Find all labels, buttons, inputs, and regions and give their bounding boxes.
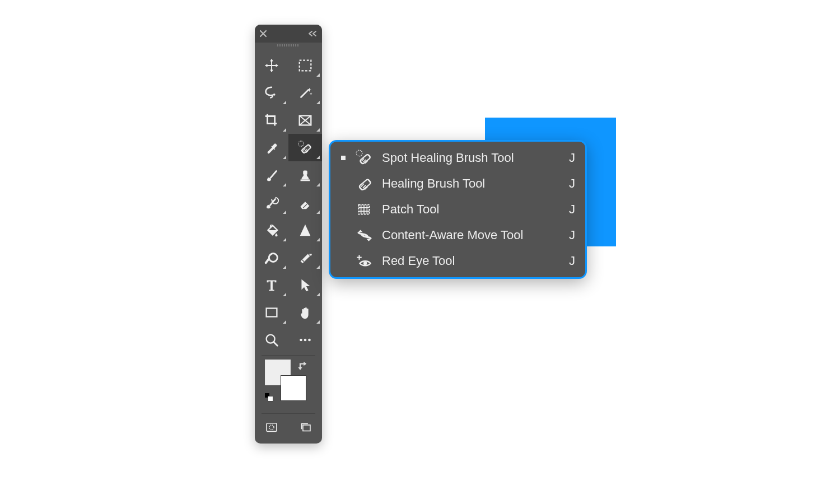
frame-tool[interactable] [288, 106, 322, 134]
contentmove-icon [354, 225, 374, 245]
collapse-icon[interactable] [307, 30, 318, 37]
arrow-icon [297, 277, 314, 293]
zoom-tool[interactable] [255, 326, 288, 353]
move-tool[interactable] [255, 52, 288, 79]
lasso-icon [263, 85, 280, 101]
spotheal-icon [354, 148, 374, 168]
flyout-indicator-icon [283, 211, 286, 214]
brush-tool[interactable] [255, 161, 288, 189]
type-icon [263, 277, 280, 293]
type-tool[interactable] [255, 271, 288, 298]
marquee-icon [297, 57, 314, 74]
crop-icon [263, 112, 280, 129]
hand-icon [297, 304, 314, 321]
redeye-icon [354, 251, 374, 271]
active-indicator-icon [340, 181, 346, 186]
tools-panel [255, 25, 322, 444]
flyout-item-shortcut: J [565, 176, 575, 191]
dodge-icon [263, 249, 280, 266]
flyout-item-label: Content-Aware Move Tool [382, 228, 557, 242]
flyout-patch[interactable]: Patch ToolJ [330, 197, 585, 222]
healing-tools-flyout: Spot Healing Brush ToolJHealing Brush To… [329, 140, 587, 279]
flyout-item-shortcut: J [565, 202, 575, 217]
flyout-item-shortcut: J [565, 151, 575, 165]
flyout-indicator-icon [316, 238, 320, 241]
flyout-indicator-icon [316, 73, 320, 77]
flyout-indicator-icon [316, 293, 320, 296]
flyout-indicator-icon [316, 183, 320, 186]
flyout-red-eye[interactable]: Red Eye ToolJ [330, 248, 585, 274]
marquee-tool[interactable] [288, 52, 322, 79]
triangle-icon [297, 222, 314, 239]
flyout-indicator-icon [283, 293, 286, 296]
flyout-indicator-icon [283, 320, 286, 324]
blur-tool[interactable] [288, 216, 322, 244]
flyout-item-label: Spot Healing Brush Tool [382, 151, 557, 165]
active-indicator-icon [340, 207, 346, 212]
screen-mode-toggle[interactable] [288, 414, 322, 441]
dodge-tool[interactable] [255, 244, 288, 271]
spotheal-icon [297, 139, 314, 156]
color-swatches [255, 357, 322, 413]
bucket-icon [263, 222, 280, 239]
heal-icon [354, 174, 374, 194]
flyout-indicator-icon [316, 320, 320, 324]
swap-colors-icon[interactable] [297, 360, 309, 371]
move-icon [263, 57, 280, 74]
flyout-indicator-icon [283, 128, 286, 132]
hand-tool[interactable] [288, 298, 322, 326]
pen-icon [297, 249, 314, 266]
patch-icon [354, 199, 374, 220]
flyout-indicator-icon [283, 183, 286, 186]
quick-mask-toggle[interactable] [255, 414, 288, 441]
flyout-indicator-icon [283, 265, 286, 269]
close-icon[interactable] [259, 30, 267, 38]
eyedropper-icon [263, 139, 280, 156]
default-colors-icon[interactable] [265, 393, 273, 401]
background-color-swatch[interactable] [281, 375, 306, 401]
stamp-icon [297, 167, 314, 184]
zoom-icon [263, 332, 280, 348]
gradient-tool[interactable] [255, 216, 288, 244]
flyout-item-shortcut: J [565, 228, 575, 242]
more-icon [297, 332, 314, 348]
pen-tool[interactable] [288, 244, 322, 271]
active-indicator-icon [340, 258, 346, 264]
rectangle-tool[interactable] [255, 298, 288, 326]
frame-icon [297, 112, 314, 129]
active-indicator-icon [340, 155, 346, 161]
flyout-indicator-icon [283, 156, 286, 159]
eraser-tool[interactable] [288, 189, 322, 216]
panel-gripper[interactable] [255, 43, 322, 48]
flyout-indicator-icon [316, 265, 320, 269]
flyout-indicator-icon [316, 156, 320, 159]
history-brush-tool[interactable] [255, 189, 288, 216]
flyout-item-label: Patch Tool [382, 202, 557, 217]
more-tools[interactable] [288, 326, 322, 353]
flyout-healing-brush[interactable]: Healing Brush ToolJ [330, 171, 585, 197]
active-indicator-icon [340, 232, 346, 238]
flyout-indicator-icon [316, 101, 320, 104]
clone-stamp-tool[interactable] [288, 161, 322, 189]
histbrush-icon [263, 194, 280, 211]
lasso-tool[interactable] [255, 79, 288, 106]
flyout-item-label: Healing Brush Tool [382, 176, 557, 191]
screenmode-icon [297, 420, 313, 435]
flyout-indicator-icon [316, 211, 320, 214]
flyout-indicator-icon [316, 128, 320, 132]
rect-icon [263, 304, 280, 321]
spot-healing-brush-tool[interactable] [288, 134, 322, 161]
flyout-indicator-icon [283, 101, 286, 104]
flyout-spot-healing-brush[interactable]: Spot Healing Brush ToolJ [330, 145, 585, 171]
eyedropper-tool[interactable] [255, 134, 288, 161]
wand-icon [297, 85, 314, 101]
eraser-icon [297, 194, 314, 211]
flyout-item-shortcut: J [565, 254, 575, 268]
flyout-content-aware-move[interactable]: Content-Aware Move ToolJ [330, 222, 585, 248]
path-selection-tool[interactable] [288, 271, 322, 298]
crop-tool[interactable] [255, 106, 288, 134]
flyout-item-label: Red Eye Tool [382, 254, 557, 268]
brush-icon [263, 167, 280, 184]
magic-wand-tool[interactable] [288, 79, 322, 106]
flyout-indicator-icon [283, 238, 286, 241]
